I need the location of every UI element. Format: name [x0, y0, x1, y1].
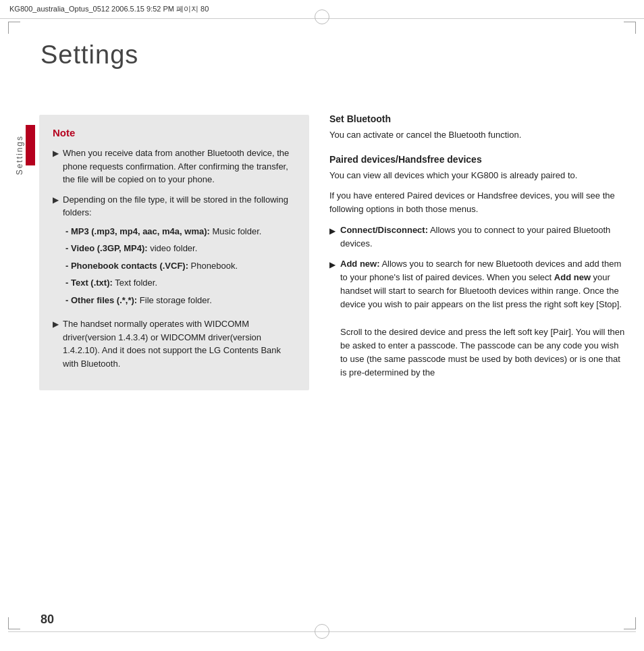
sub-item-video-rest: video folder.: [148, 243, 198, 253]
note-bullet-3: ▶: [53, 318, 59, 330]
sub-item-text-label: - Text (.txt):: [65, 278, 113, 288]
paired-devices-extra: If you have entered Paired devices or Ha…: [329, 189, 626, 216]
paired-devices-heading: Paired devices/Handsfree devices: [329, 154, 626, 165]
bullet-addnew: ▶ Add new: Allows you to search for new …: [329, 257, 626, 380]
sub-item-video: - Video (.3GP, MP4): video folder.: [65, 242, 296, 255]
sub-item-phonebook-label: - Phonebook contacts (.VCF):: [65, 261, 188, 271]
set-bluetooth-body: You can activate or cancel the Bluetooth…: [329, 128, 626, 142]
bullet-addnew-label: Add new:: [340, 259, 380, 269]
note-text-2: Depending on the file type, it will be s…: [63, 193, 296, 311]
sub-item-mp3-rest: Music folder.: [210, 226, 262, 236]
note-item-3: ▶ The handset normally operates with WID…: [53, 317, 296, 370]
bullet-addnew-body: Allows you to search for new Bluetooth d…: [340, 259, 622, 309]
sub-item-video-label: - Video (.3GP, MP4):: [65, 243, 148, 253]
corner-br: [624, 617, 636, 629]
sub-item-other-label: - Other files (.*,*):: [65, 295, 137, 305]
note-text-3: The handset normally operates with WIDCO…: [63, 317, 296, 370]
bullet-connect-text: Connect/Disconnect: Allows you to connec…: [340, 224, 626, 251]
bullet-connect-label: Connect/Disconnect:: [340, 225, 428, 235]
sidebar-label: Settings: [15, 135, 24, 175]
note-bullet-1: ▶: [53, 147, 59, 159]
top-circle-decoration: [315, 9, 329, 24]
sub-item-mp3: - MP3 (.mp3, mp4, aac, m4a, wma): Music …: [65, 225, 296, 238]
corner-tr: [624, 22, 636, 34]
header-text: KG800_australia_Optus_0512 2006.5.15 9:5…: [9, 4, 209, 14]
sub-item-phonebook-rest: Phonebook.: [188, 261, 238, 271]
bullet-addnew-text: Add new: Allows you to search for new Bl…: [340, 257, 626, 380]
page-number: 80: [41, 613, 54, 627]
bottom-circle-decoration: [315, 624, 329, 639]
note-text-1: When you receive data from another Bluet…: [63, 147, 296, 186]
sub-item-mp3-label: - MP3 (.mp3, mp4, aac, m4a, wma):: [65, 226, 210, 236]
note-box: Note ▶ When you receive data from anothe…: [39, 115, 309, 390]
note-title: Note: [53, 127, 296, 138]
red-accent-bar: [26, 125, 35, 165]
sub-item-text-rest: Text folder.: [113, 278, 157, 288]
corner-tl: [8, 22, 20, 34]
sub-item-other-rest: File storage folder.: [137, 295, 212, 305]
bullet-addnew-symbol: ▶: [329, 259, 336, 271]
sub-item-text: - Text (.txt): Text folder.: [65, 276, 296, 290]
note-item-1: ▶ When you receive data from another Blu…: [53, 147, 296, 186]
sub-items: - MP3 (.mp3, mp4, aac, m4a, wma): Music …: [65, 225, 296, 307]
note-item-2: ▶ Depending on the file type, it will be…: [53, 193, 296, 311]
sub-item-other: - Other files (.*,*): File storage folde…: [65, 294, 296, 307]
bullet-addnew-cont: Scroll to the desired device and press t…: [340, 327, 624, 377]
set-bluetooth-heading: Set Bluetooth: [329, 113, 626, 124]
note-bullet-2: ▶: [53, 194, 59, 206]
note-text-2-content: Depending on the file type, it will be s…: [63, 194, 288, 218]
paired-devices-body: You can view all devices which your KG80…: [329, 169, 626, 182]
right-column: Set Bluetooth You can activate or cancel…: [329, 113, 626, 386]
bullet-connect-symbol: ▶: [329, 225, 336, 238]
bullet-connect: ▶ Connect/Disconnect: Allows you to conn…: [329, 224, 626, 251]
page-title: Settings: [41, 41, 138, 70]
sub-item-phonebook: - Phonebook contacts (.VCF): Phonebook.: [65, 259, 296, 273]
corner-bl: [8, 617, 20, 629]
